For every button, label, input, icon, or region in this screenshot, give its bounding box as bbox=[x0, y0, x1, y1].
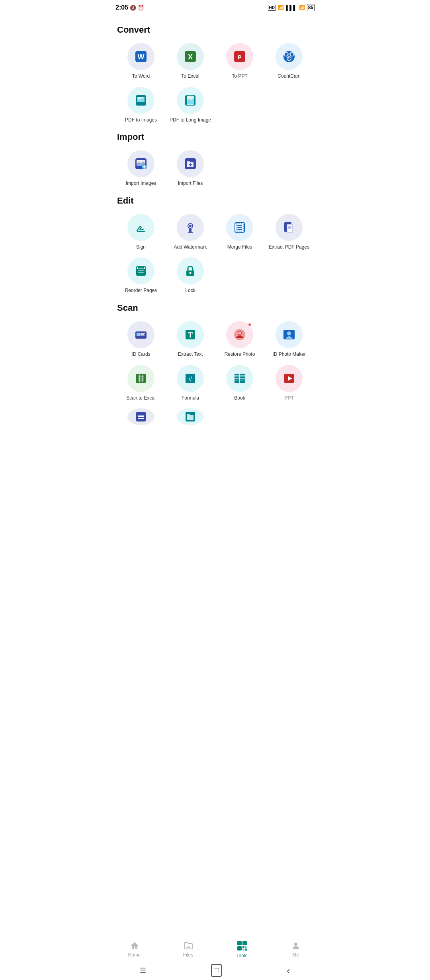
svg-rect-28 bbox=[189, 228, 192, 232]
lock-icon bbox=[183, 264, 197, 278]
scan-grid: ID Cards T Extract Text bbox=[117, 319, 313, 403]
svg-text:T: T bbox=[188, 331, 193, 339]
tool-pdf-images-label: PDF to Images bbox=[125, 117, 157, 123]
tool-reorder-label: Reorder Pages bbox=[125, 288, 157, 294]
ppt-icon: P bbox=[233, 49, 247, 64]
main-content: Convert W To Word X bbox=[108, 14, 322, 466]
section-edit: Edit Sign bbox=[117, 196, 313, 296]
tool-lock-label: Lock bbox=[185, 288, 195, 294]
tool-id-cards-label: ID Cards bbox=[131, 351, 150, 358]
excel-icon: X bbox=[183, 49, 197, 64]
tool-to-ppt[interactable]: P To PPT bbox=[216, 41, 264, 81]
partial1-icon bbox=[134, 410, 148, 424]
tool-to-excel[interactable]: X To Excel bbox=[166, 41, 214, 81]
extract-pdf-icon bbox=[282, 220, 296, 235]
section-scan: Scan ID Cards bbox=[117, 303, 313, 427]
tool-book-label: Book bbox=[234, 395, 245, 402]
tool-countcam-label: CountCam bbox=[278, 73, 300, 80]
tool-import-files-label: Import Files bbox=[178, 180, 203, 187]
tool-countcam[interactable]: 1 2 3 CountCam bbox=[265, 41, 313, 81]
id-cards-icon bbox=[134, 327, 148, 342]
restore-badge bbox=[248, 323, 252, 327]
hd-icon: HD bbox=[268, 5, 276, 11]
word-icon: W bbox=[134, 49, 148, 64]
tool-pdf-to-long[interactable]: PDF to Long Image bbox=[166, 85, 214, 125]
svg-point-21 bbox=[138, 161, 140, 163]
section-import: Import Import Images bbox=[117, 132, 313, 188]
tool-scan-excel[interactable]: Scan to Excel bbox=[117, 363, 165, 403]
svg-rect-45 bbox=[137, 333, 140, 336]
section-convert: Convert W To Word X bbox=[117, 25, 313, 125]
tool-sign-label: Sign bbox=[136, 244, 146, 251]
tool-id-cards[interactable]: ID Cards bbox=[117, 319, 165, 359]
svg-rect-56 bbox=[136, 374, 146, 383]
sign-icon bbox=[134, 220, 148, 235]
tool-ppt-scan-label: PPT bbox=[284, 395, 293, 402]
convert-grid: W To Word X To Excel bbox=[117, 41, 313, 125]
tool-import-files[interactable]: Import Files bbox=[166, 149, 214, 188]
svg-point-15 bbox=[139, 97, 141, 99]
svg-point-53 bbox=[238, 331, 241, 334]
battery-icon: 85 bbox=[307, 4, 315, 11]
signal-icon-1: 📶 bbox=[278, 5, 284, 10]
formula-icon: √ bbox=[183, 371, 197, 386]
tool-restore-photo-label: Restore Photo bbox=[225, 351, 255, 358]
tool-book[interactable]: Book bbox=[216, 363, 264, 403]
svg-text:W: W bbox=[138, 53, 145, 61]
svg-rect-34 bbox=[287, 225, 292, 232]
tool-merge-label: Merge Files bbox=[227, 244, 252, 251]
edit-grid: Sign Add Watermark bbox=[117, 212, 313, 296]
tool-import-images[interactable]: Import Images bbox=[117, 149, 165, 188]
watermark-icon bbox=[183, 220, 197, 235]
tool-restore-photo[interactable]: Restore Photo bbox=[216, 319, 264, 359]
tool-watermark-label: Add Watermark bbox=[174, 244, 207, 251]
partial-tools bbox=[117, 407, 313, 427]
partial-tool-1[interactable] bbox=[117, 407, 165, 427]
svg-text:√: √ bbox=[188, 374, 193, 383]
tool-to-word-label: To Word bbox=[132, 73, 150, 80]
pdf-img-icon bbox=[134, 93, 148, 108]
import-img-icon bbox=[134, 157, 148, 171]
tool-to-word[interactable]: W To Word bbox=[117, 41, 165, 81]
section-edit-title: Edit bbox=[117, 196, 313, 206]
svg-text:3: 3 bbox=[288, 57, 289, 60]
id-photo-maker-icon bbox=[282, 327, 296, 342]
tool-merge[interactable]: Merge Files bbox=[216, 212, 264, 252]
tool-import-images-label: Import Images bbox=[126, 180, 156, 187]
tool-to-excel-label: To Excel bbox=[181, 73, 199, 80]
import-files-icon bbox=[183, 157, 197, 171]
merge-icon bbox=[233, 220, 247, 235]
tool-scan-excel-label: Scan to Excel bbox=[126, 395, 155, 402]
status-indicators: HD 📶 ▌▌▌ 📶 85 bbox=[268, 4, 315, 11]
section-import-title: Import bbox=[117, 132, 313, 142]
book-icon bbox=[233, 371, 247, 386]
tool-id-photo-maker[interactable]: ID Photo Maker bbox=[265, 319, 313, 359]
time-display: 2:05 bbox=[115, 4, 128, 11]
svg-point-55 bbox=[287, 331, 291, 335]
svg-text:P: P bbox=[238, 54, 241, 61]
tool-extract-text-label: Extract Text bbox=[178, 351, 203, 358]
section-scan-title: Scan bbox=[117, 303, 313, 313]
tool-formula[interactable]: √ Formula bbox=[166, 363, 214, 403]
tool-extract-pdf[interactable]: Extract PDF Pages bbox=[265, 212, 313, 252]
tool-id-photo-maker-label: ID Photo Maker bbox=[272, 351, 305, 358]
tool-watermark[interactable]: Add Watermark bbox=[166, 212, 214, 252]
tool-ppt-scan[interactable]: PPT bbox=[265, 363, 313, 403]
tool-lock[interactable]: Lock bbox=[166, 256, 214, 296]
alarm-icon: ⏰ bbox=[138, 5, 144, 11]
tool-pdf-long-label: PDF to Long Image bbox=[170, 117, 211, 123]
partial-tool-2[interactable] bbox=[166, 407, 214, 427]
svg-point-27 bbox=[189, 225, 192, 227]
mute-icon: 🔇 bbox=[130, 5, 136, 11]
signal-icon-2: ▌▌▌ bbox=[286, 5, 297, 11]
tool-sign[interactable]: Sign bbox=[117, 212, 165, 252]
svg-text:X: X bbox=[188, 53, 193, 61]
import-grid: Import Images Import Files bbox=[117, 149, 313, 188]
status-bar: 2:05 🔇 ⏰ HD 📶 ▌▌▌ 📶 85 bbox=[108, 0, 322, 14]
wifi-icon: 📶 bbox=[299, 5, 305, 10]
section-convert-title: Convert bbox=[117, 25, 313, 35]
tool-reorder[interactable]: Reorder Pages bbox=[117, 256, 165, 296]
countcam-icon: 1 2 3 bbox=[282, 49, 296, 64]
tool-extract-text[interactable]: T Extract Text bbox=[166, 319, 214, 359]
tool-pdf-to-images[interactable]: PDF to Images bbox=[117, 85, 165, 125]
